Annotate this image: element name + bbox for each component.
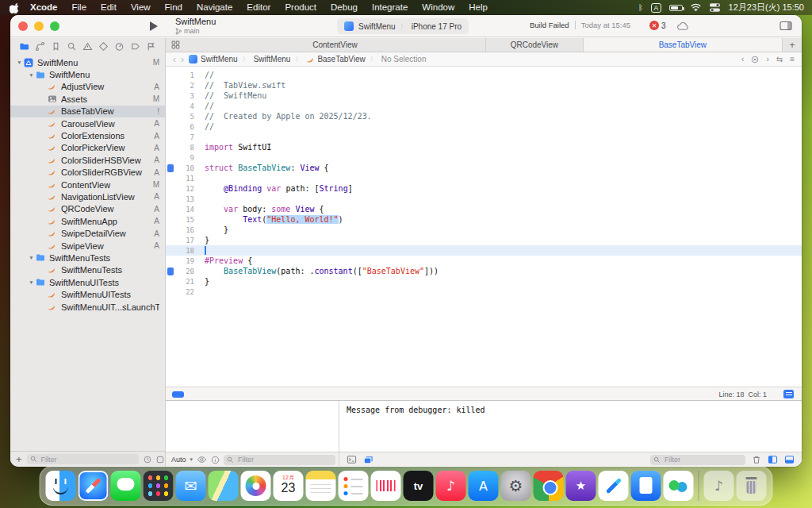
code-line-12[interactable]: 12 @Binding var path: [String] <box>166 183 802 194</box>
code-line-1[interactable]: 1// <box>166 70 802 80</box>
tree-row-swiftmenuuitests[interactable]: SwiftMenuUITests <box>10 288 165 300</box>
report-navigator-icon[interactable] <box>146 41 156 52</box>
notes-dock-icon[interactable] <box>306 471 336 501</box>
code-line-15[interactable]: 15 Text("Hello, World!") <box>166 214 802 225</box>
bluetooth-icon[interactable]: ᛒ <box>638 3 643 12</box>
chrome-dock-icon[interactable] <box>534 471 564 501</box>
menu-item-editor[interactable]: Editor <box>239 0 278 15</box>
project-navigator-icon[interactable] <box>19 41 29 52</box>
music-dock-icon[interactable]: ♪ <box>436 471 466 501</box>
hide-debug-area-icon[interactable] <box>784 455 795 464</box>
reminders-dock-icon[interactable] <box>339 471 369 501</box>
scope-selector[interactable]: Auto <box>171 456 186 464</box>
code-line-22[interactable]: 22 <box>166 287 802 297</box>
tree-row-navigationlistview[interactable]: NavigationListViewA <box>10 190 165 202</box>
breadcrumb-item[interactable]: SwiftMenu <box>254 55 291 64</box>
cloud-status-icon[interactable] <box>676 21 689 31</box>
wifi-icon[interactable] <box>691 3 701 12</box>
disclosure-chevron-icon[interactable]: ▾ <box>27 279 36 286</box>
tree-row-assets[interactable]: AssetsM <box>10 93 165 105</box>
code-line-3[interactable]: 3// SwiftMenu <box>166 90 802 101</box>
apple-menu-icon[interactable] <box>10 2 20 13</box>
navigator-filter-input[interactable] <box>40 455 136 464</box>
console-filter-field[interactable] <box>650 455 745 465</box>
line-col-indicator[interactable]: Line: 18 Col: 1 <box>718 391 767 398</box>
tree-row-swiftmenutests[interactable]: SwiftMenuTests <box>10 264 165 276</box>
code-line-21[interactable]: 21} <box>166 276 802 287</box>
menu-bar-clock[interactable]: 12月23日(火) 15:50 <box>729 2 804 13</box>
menu-item-product[interactable]: Product <box>278 0 324 15</box>
next-issue-icon[interactable]: › <box>766 55 768 64</box>
tree-row-swiftmenuuitests[interactable]: ▾SwiftMenuUITests <box>10 276 165 288</box>
tree-row-carouselview[interactable]: CarouselViewA <box>10 117 165 129</box>
breadcrumb-item[interactable]: SwiftMenu <box>201 55 238 64</box>
safari-dock-icon[interactable] <box>79 471 109 501</box>
tree-row-swiftmenuuit...slaunchtests[interactable]: SwiftMenuUIT...sLaunchTests <box>10 301 165 313</box>
photos-dock-icon[interactable] <box>241 471 271 501</box>
code-line-6[interactable]: 6// <box>166 121 802 132</box>
source-editor[interactable]: 1//2// TabView.swift3// SwiftMenu4//5// … <box>166 67 802 387</box>
tab-qrcodeview[interactable]: QRCodeView <box>486 38 584 52</box>
tree-row-contentview[interactable]: ContentViewM <box>10 179 165 190</box>
back-button[interactable]: ‹ <box>173 55 176 64</box>
editor-panes-toggle[interactable] <box>779 21 792 31</box>
code-line-4[interactable]: 4// <box>166 101 802 111</box>
change-mark-icon[interactable] <box>167 267 174 275</box>
source-control-filter-icon[interactable] <box>156 456 164 464</box>
variables-filter-input[interactable] <box>236 455 332 464</box>
menu-item-find[interactable]: Find <box>158 0 190 15</box>
tree-row-adjustview[interactable]: AdjustViewA <box>10 81 165 93</box>
voicememos-dock-icon[interactable] <box>371 471 401 501</box>
variables-filter-field[interactable] <box>224 455 335 465</box>
trash-dock-icon[interactable] <box>737 471 767 501</box>
control-center-icon[interactable] <box>709 2 721 13</box>
debug-navigator-icon[interactable] <box>114 41 124 52</box>
debugger-toggle-icon[interactable] <box>363 455 373 464</box>
recent-files-filter-icon[interactable] <box>144 456 151 464</box>
hide-variables-pane-icon[interactable] <box>768 455 778 464</box>
prev-issue-icon[interactable]: ‹ <box>741 55 744 64</box>
minimize-window-button[interactable] <box>34 21 44 31</box>
disclosure-chevron-icon[interactable]: ▾ <box>27 71 36 79</box>
appstore-dock-icon[interactable]: A <box>469 471 499 501</box>
breadcrumb-item[interactable]: BaseTabView <box>317 55 365 64</box>
disclosure-chevron-icon[interactable]: ▾ <box>27 254 36 261</box>
disclosure-chevron-icon[interactable]: ▾ <box>15 59 24 66</box>
tree-row-swiftmenuapp[interactable]: SwiftMenuAppA <box>10 215 165 227</box>
code-line-11[interactable]: 11 <box>166 173 802 183</box>
tab-contentview[interactable]: ContentView <box>185 38 486 52</box>
project-status-block[interactable]: SwiftMenu main <box>175 17 216 35</box>
input-source-badge[interactable]: A <box>651 3 661 13</box>
find-navigator-icon[interactable] <box>67 41 77 52</box>
tree-row-swiftmenu[interactable]: ▾SwiftMenuM <box>10 56 165 68</box>
console-view[interactable]: Message from debugger: killed <box>339 401 802 452</box>
code-line-8[interactable]: 8import SwiftUI <box>166 142 802 152</box>
issue-close-icon[interactable] <box>751 56 759 64</box>
navigator-filter-field[interactable] <box>27 454 139 464</box>
minimap-toggle-icon[interactable] <box>783 390 794 398</box>
tree-row-basetabview[interactable]: BaseTabView! <box>10 106 165 117</box>
tab-overview-icon[interactable] <box>166 38 185 52</box>
variables-view[interactable] <box>166 401 339 452</box>
settings-dock-icon[interactable]: ⚙ <box>501 471 531 501</box>
console-filter-input[interactable] <box>663 455 742 464</box>
menu-item-edit[interactable]: Edit <box>94 0 124 15</box>
code-line-2[interactable]: 2// TabView.swift <box>166 80 802 90</box>
launchpad-dock-icon[interactable] <box>144 471 174 501</box>
maps-dock-icon[interactable] <box>209 471 239 501</box>
code-line-17[interactable]: 17} <box>166 235 802 245</box>
tree-row-colorsliderhsbview[interactable]: ColorSliderHSBViewA <box>10 154 165 166</box>
tree-row-swipedetailview[interactable]: SwipeDetailViewA <box>10 227 165 239</box>
messages-dock-icon[interactable] <box>111 471 141 501</box>
breakpoint-navigator-icon[interactable] <box>130 41 140 52</box>
test-navigator-icon[interactable] <box>98 41 109 52</box>
change-mark-icon[interactable] <box>167 164 174 172</box>
bookmark-navigator-icon[interactable] <box>51 41 61 52</box>
add-tab-button[interactable]: + <box>783 38 802 52</box>
freeform-dock-icon[interactable] <box>599 471 629 501</box>
code-line-19[interactable]: 19#Preview { <box>166 256 802 266</box>
finder-dock-icon[interactable] <box>46 471 76 501</box>
activity-view[interactable]: Build Failed Today at 15:45 <box>530 21 630 29</box>
run-destination[interactable]: iPhone 17 Pro <box>412 22 462 31</box>
info-icon[interactable] <box>211 456 220 464</box>
